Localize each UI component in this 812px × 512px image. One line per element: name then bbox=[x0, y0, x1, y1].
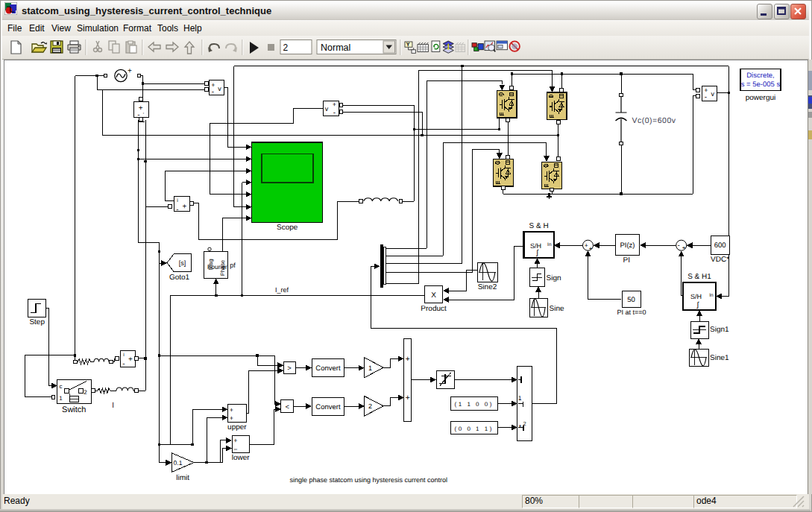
svg-text:S/H: S/H bbox=[690, 293, 702, 300]
svg-text:s = 5e-005 s: s = 5e-005 s bbox=[741, 80, 781, 89]
svg-text:50: 50 bbox=[627, 296, 635, 304]
svg-text:Product: Product bbox=[421, 305, 447, 313]
svg-text:Sign: Sign bbox=[547, 274, 561, 282]
svg-text:PI at t==0: PI at t==0 bbox=[617, 309, 646, 316]
svg-text:+: + bbox=[128, 355, 133, 364]
svg-text:0.1: 0.1 bbox=[174, 459, 183, 467]
svg-text:+: + bbox=[406, 355, 410, 364]
svg-text:v: v bbox=[711, 90, 715, 98]
svg-text:limit: limit bbox=[176, 474, 189, 482]
svg-text:upper: upper bbox=[227, 423, 247, 432]
svg-text:powergui: powergui bbox=[746, 94, 776, 102]
svg-text:Vc(0)=600v: Vc(0)=600v bbox=[632, 116, 676, 125]
svg-text:S & H1: S & H1 bbox=[687, 273, 711, 281]
svg-text:pf: pf bbox=[230, 262, 236, 269]
svg-text:-: - bbox=[176, 206, 178, 214]
svg-text:Sine1: Sine1 bbox=[710, 354, 729, 362]
svg-text:+: + bbox=[682, 244, 686, 251]
svg-text:Convert: Convert bbox=[315, 364, 341, 373]
svg-text:+: + bbox=[704, 86, 708, 94]
svg-text:600: 600 bbox=[714, 241, 726, 250]
svg-text:+: + bbox=[128, 67, 132, 75]
svg-text:2: 2 bbox=[84, 389, 87, 396]
svg-text:[s]: [s] bbox=[179, 259, 186, 267]
svg-text:-: - bbox=[678, 241, 680, 250]
svg-text:-: - bbox=[333, 109, 336, 117]
svg-text:v: v bbox=[325, 105, 329, 113]
svg-text:+: + bbox=[589, 245, 593, 252]
svg-text:Discrete,: Discrete, bbox=[746, 72, 774, 80]
svg-text:−: − bbox=[233, 446, 237, 453]
svg-text:Fourier: Fourier bbox=[207, 263, 227, 271]
svg-text:Convert: Convert bbox=[315, 403, 341, 411]
svg-text:+: + bbox=[183, 203, 187, 211]
svg-text:Goto1: Goto1 bbox=[169, 274, 190, 282]
svg-text:In: In bbox=[547, 242, 552, 247]
svg-text:1: 1 bbox=[59, 395, 63, 402]
svg-text:l: l bbox=[113, 402, 114, 410]
svg-text:c: c bbox=[60, 383, 63, 390]
svg-text:+: + bbox=[230, 414, 233, 422]
svg-text:VDC*: VDC* bbox=[711, 256, 729, 264]
svg-text:+: + bbox=[333, 101, 336, 108]
svg-text:Y: Y bbox=[406, 41, 410, 48]
svg-text:+: + bbox=[406, 394, 410, 402]
svg-text:Sine2: Sine2 bbox=[478, 283, 497, 291]
svg-text:v: v bbox=[218, 85, 221, 92]
svg-text:X: X bbox=[431, 291, 436, 300]
svg-text:2: 2 bbox=[368, 402, 372, 410]
svg-text:PI: PI bbox=[623, 256, 629, 265]
svg-text:single phase statcom using hys: single phase statcom using hysteresis cu… bbox=[289, 476, 447, 484]
svg-text:Normal: Normal bbox=[321, 42, 350, 53]
svg-text:S/H: S/H bbox=[530, 242, 541, 250]
svg-text:Scope: Scope bbox=[277, 224, 298, 232]
svg-text:Sign1: Sign1 bbox=[710, 326, 729, 334]
svg-text:+: + bbox=[211, 81, 215, 89]
svg-text:PI(z): PI(z) bbox=[620, 241, 635, 250]
svg-text:<: < bbox=[286, 403, 290, 411]
svg-text:Switch: Switch bbox=[62, 405, 86, 414]
svg-text:S & H: S & H bbox=[529, 222, 549, 230]
svg-text:+: + bbox=[230, 406, 233, 414]
svg-text:I_ref: I_ref bbox=[275, 286, 289, 294]
svg-text:1: 1 bbox=[518, 394, 522, 402]
svg-text:-: - bbox=[212, 88, 214, 96]
svg-text:+: + bbox=[585, 241, 588, 249]
svg-text:lower: lower bbox=[232, 454, 251, 462]
svg-text:(0 0 1 1): (0 0 1 1) bbox=[455, 426, 494, 432]
svg-text:Sine: Sine bbox=[550, 305, 564, 313]
svg-text:2: 2 bbox=[283, 42, 289, 53]
svg-text:>: > bbox=[287, 364, 292, 373]
svg-text:In: In bbox=[709, 293, 714, 298]
svg-text:-: - bbox=[705, 93, 707, 101]
svg-text:': ' bbox=[143, 113, 144, 118]
svg-text:-: - bbox=[122, 360, 125, 368]
svg-text:(1 1 0 0): (1 1 0 0) bbox=[455, 401, 494, 408]
svg-text:1: 1 bbox=[368, 364, 372, 372]
svg-text:Step: Step bbox=[29, 318, 45, 326]
svg-text:+: + bbox=[233, 437, 237, 444]
